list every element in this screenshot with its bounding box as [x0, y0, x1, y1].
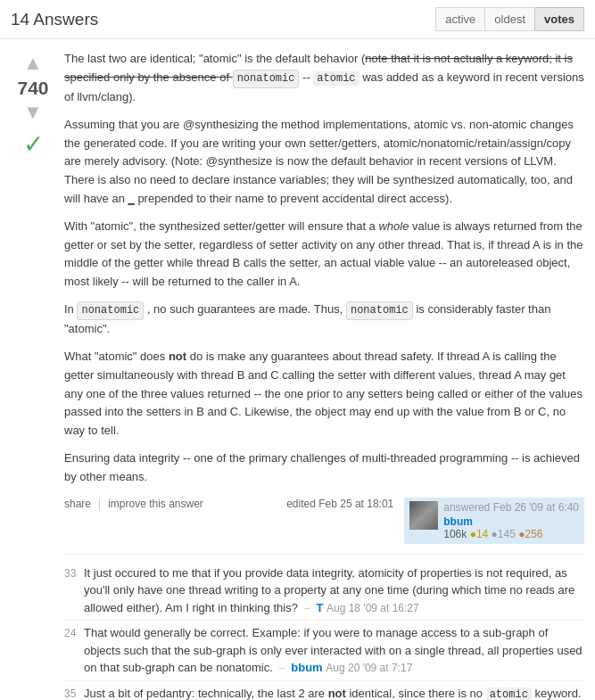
user-avatar — [409, 501, 438, 530]
comment: 35 Just a bit of pedantry: technically, … — [64, 681, 584, 700]
vote-count: 740 — [17, 77, 48, 99]
accepted-checkmark: ✓ — [23, 129, 44, 159]
share-link[interactable]: share — [64, 498, 91, 510]
answer-paragraph-2: Assuming that you are @synthesizing the … — [64, 116, 584, 209]
comment-date: Aug 20 '09 at 7:17 — [326, 662, 412, 674]
sort-tabs: active oldest votes — [435, 7, 584, 31]
answered-date: answered Feb 26 '09 at 6:40 — [443, 501, 579, 514]
comment: 33 It just occured to me that if you pro… — [64, 561, 584, 622]
vote-up-button[interactable]: ▲ — [20, 50, 46, 77]
action-separator: | — [98, 498, 101, 510]
comment-vote[interactable]: 35 — [64, 685, 84, 700]
user-name[interactable]: bbum — [443, 515, 579, 528]
user-reputation: 106k ●14 ●145 ●256 — [443, 528, 579, 540]
underscore-text: _ — [128, 192, 135, 205]
comment-vote[interactable]: 24 — [64, 624, 84, 677]
gold-badge: ●14 — [470, 528, 489, 540]
page-header: 14 Answers active oldest votes — [0, 0, 595, 39]
comment-date: Aug 18 '09 at 16:27 — [326, 602, 419, 614]
answer-paragraph-1: The last two are identical; "atomic" is … — [64, 50, 584, 107]
comments-section: 33 It just occured to me that if you pro… — [64, 553, 584, 700]
comment-body: It just occured to me that if you provid… — [84, 564, 584, 617]
edited-label: edited Feb 25 at 18:01 — [286, 498, 393, 510]
tab-votes[interactable]: votes — [534, 7, 584, 31]
comment-vote[interactable]: 33 — [64, 564, 84, 617]
user-info: answered Feb 26 '09 at 6:40 bbum 106k ●1… — [443, 501, 579, 540]
comment-body: That would generally be correct. Example… — [84, 624, 584, 677]
answer-paragraph-3: With "atomic", the synthesized setter/ge… — [64, 218, 584, 292]
vote-column: ▲ 740 ▼ ✓ — [11, 50, 55, 700]
answer-paragraph-5: What "atomic" does not do is make any gu… — [64, 348, 584, 441]
answer-actions: share | improve this answer — [64, 498, 203, 510]
answers-count: 14 Answers — [11, 10, 435, 29]
answer-content: The last two are identical; "atomic" is … — [55, 50, 584, 700]
tab-active[interactable]: active — [435, 7, 485, 31]
bronze-badge: ●256 — [518, 528, 542, 540]
vote-down-button[interactable]: ▼ — [20, 99, 46, 126]
tab-oldest[interactable]: oldest — [484, 7, 535, 31]
answer-paragraph-6: Ensuring data integrity -- one of the pr… — [64, 449, 584, 487]
answer-paragraph-4: In nonatomic , no such guarantees are ma… — [64, 301, 584, 339]
improve-link[interactable]: improve this answer — [108, 498, 203, 510]
edited-info: edited Feb 25 at 18:01 — [286, 498, 393, 510]
comment-user[interactable]: bbum — [291, 661, 322, 674]
answer-body: The last two are identical; "atomic" is … — [64, 50, 584, 487]
answer-footer: share | improve this answer edited Feb 2… — [64, 498, 584, 544]
comment-user[interactable]: T — [316, 601, 323, 614]
silver-badge: ●145 — [492, 528, 516, 540]
comment-body: Just a bit of pedantry: technically, the… — [84, 685, 584, 700]
comment: 24 That would generally be correct. Exam… — [64, 621, 584, 681]
answer-block: ▲ 740 ▼ ✓ The last two are identical; "a… — [0, 39, 595, 700]
user-card: answered Feb 26 '09 at 6:40 bbum 106k ●1… — [404, 498, 584, 544]
